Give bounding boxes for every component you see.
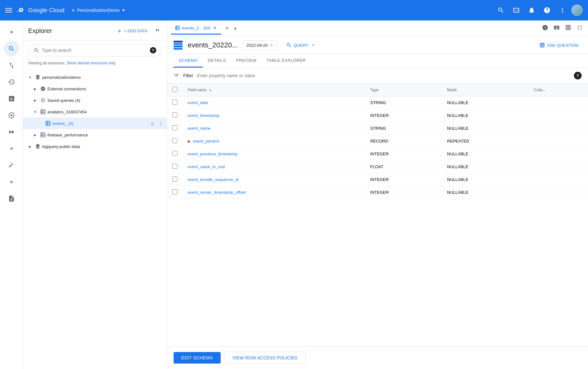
fullscreen-icon-button[interactable] [575, 23, 584, 34]
field-link-event-date[interactable]: event_date [188, 100, 208, 105]
tree-item-analytics-dataset[interactable]: analytics_318037454 ☆ ⋮ [23, 106, 167, 118]
tree-arrow-analytics[interactable] [32, 109, 38, 115]
project-selector[interactable]: ✦ PersonalizationDemo ▼ [69, 6, 128, 15]
select-all-checkbox[interactable] [172, 87, 177, 92]
field-link-event-server-ts[interactable]: event_server_timestamp_offset [188, 190, 246, 195]
tree-item-saved-queries[interactable]: Saved queries (4) [23, 94, 167, 106]
more-button-analytics[interactable]: ⋮ [157, 108, 164, 116]
colla-event-value [528, 160, 588, 173]
help-button[interactable] [541, 4, 553, 17]
tree-item-personalizationdemo[interactable]: personalizationdemo ★ ⋮ [23, 71, 167, 83]
query-button[interactable]: QUERY [283, 40, 319, 50]
search-help-icon[interactable]: ? [150, 47, 156, 53]
more-button-firebase[interactable]: ⋮ [157, 131, 164, 139]
ask-question-button[interactable]: ASK QUESTION [536, 40, 582, 50]
star-button-firebase[interactable]: ☆ [149, 131, 156, 139]
tree-arrow-bigquery[interactable] [27, 143, 33, 150]
colla-event-params [528, 135, 588, 148]
field-link-event-timestamp[interactable]: event_timestamp [188, 113, 219, 118]
view-policies-button[interactable]: VIEW ROW ACCESS POLICIES [225, 352, 306, 364]
tab-table-explorer[interactable]: TABLE EXPLORER [262, 54, 311, 68]
date-selector[interactable]: 2022-09-20 [243, 40, 278, 50]
tree-item-events[interactable]: events_ (4) ☆ ⋮ [23, 118, 167, 129]
sidebar-item-document[interactable] [4, 191, 19, 206]
tab-schema[interactable]: SCHEMA [174, 54, 203, 68]
colla-event-server-ts [528, 186, 588, 199]
query-label: QUERY [294, 43, 308, 48]
explorer-title: Explorer [28, 27, 52, 35]
col-collation[interactable]: Colla... [528, 84, 588, 96]
table-row: event_previous_timestamp INTEGER NULLABL… [167, 148, 588, 160]
project-name: PersonalizationDemo [77, 8, 120, 13]
tree-item-firebase[interactable]: firebase_performance ☆ ⋮ [23, 129, 167, 141]
terminal-button[interactable] [510, 4, 523, 17]
filter-input[interactable] [197, 73, 570, 78]
star-button-analytics[interactable]: ☆ [149, 108, 156, 116]
more-button-events[interactable]: ⋮ [157, 120, 164, 127]
star-button-events[interactable]: ☆ [149, 120, 156, 127]
tree-arrow-firebase[interactable] [32, 132, 38, 138]
row-checkbox-event-value[interactable] [167, 160, 183, 173]
hamburger-menu-button[interactable] [5, 8, 12, 12]
field-link-event-prev-ts[interactable]: event_previous_timestamp [188, 152, 237, 156]
sidebar-item-history[interactable] [4, 74, 19, 90]
row-checkbox-event-name[interactable] [167, 122, 183, 135]
main-layout: Explorer + ADD DATA ? Viewing all resour… [0, 20, 588, 369]
user-avatar[interactable] [571, 4, 583, 16]
tab-dropdown-button[interactable]: ▾ [233, 25, 238, 32]
col-field-name[interactable]: Field name ⇅ [183, 84, 365, 96]
more-button-bigquery[interactable]: ⋮ [157, 143, 164, 150]
date-value: 2022-09-20 [247, 43, 268, 48]
type-event-server-ts: INTEGER [365, 186, 442, 199]
row-checkbox-event-prev-ts[interactable] [167, 148, 183, 160]
tree-arrow-saved-queries[interactable] [32, 97, 38, 103]
search-input[interactable] [42, 48, 147, 53]
row-checkbox-event-timestamp[interactable] [167, 109, 183, 122]
row-checkbox-event-date[interactable] [167, 96, 183, 109]
filter-help-icon[interactable]: ? [574, 72, 582, 79]
tab-bar: events_2... 920 ✕ + ▾ [167, 20, 588, 37]
more-button-personalizationdemo[interactable]: ⋮ [157, 74, 164, 81]
row-checkbox-event-bundle[interactable] [167, 173, 183, 186]
col-mode[interactable]: Mode [442, 84, 528, 96]
sidebar-item-transfer[interactable] [4, 58, 19, 73]
notifications-button[interactable] [525, 4, 538, 17]
search-button[interactable] [494, 4, 507, 17]
svg-text:Cloud: Cloud [17, 10, 23, 12]
tab-details[interactable]: DETAILS [203, 54, 231, 68]
sidebar-item-pipeline[interactable] [4, 124, 19, 140]
tree-arrow-personalizationdemo[interactable] [27, 74, 33, 80]
tree-item-bigquery-public[interactable]: bigquery-public-data ★ ⋮ [23, 141, 167, 152]
collapse-panel-button[interactable] [153, 26, 162, 36]
edit-schema-button[interactable]: EDIT SCHEMA [174, 352, 221, 364]
sidebar-item-search[interactable] [4, 41, 19, 56]
col-type[interactable]: Type [365, 84, 442, 96]
star-button-personalizationdemo[interactable]: ★ [149, 74, 156, 81]
add-data-button[interactable]: + ADD DATA [114, 27, 150, 36]
sidebar-item-chart[interactable] [4, 91, 19, 106]
row-checkbox-event-server-ts[interactable] [167, 186, 183, 199]
type-event-value: FLOAT [365, 160, 442, 173]
tab-preview[interactable]: PREVIEW [231, 54, 261, 68]
more-options-button[interactable] [556, 4, 569, 17]
field-link-event-name[interactable]: event_name [188, 126, 211, 131]
show-starred-link[interactable]: Show starred resources only. [67, 61, 116, 65]
tree-label-saved-queries: Saved queries (4) [47, 98, 164, 103]
tree-arrow-external[interactable] [32, 86, 38, 92]
add-tab-button[interactable]: + [223, 23, 232, 33]
field-link-event-bundle[interactable]: event_bundle_sequence_id [188, 177, 239, 182]
sidebar-item-tools[interactable] [4, 158, 19, 173]
sidebar-item-analytics[interactable] [4, 108, 19, 123]
keyboard-icon-button[interactable] [552, 23, 561, 34]
field-link-event-value[interactable]: event_value_in_usd [188, 164, 225, 169]
tab-close-button[interactable]: ✕ [212, 25, 217, 31]
field-link-event-params[interactable]: event_params [193, 139, 219, 144]
tree-item-external-connections[interactable]: External connections [23, 83, 167, 94]
tab-events[interactable]: events_2... 920 ✕ [171, 22, 221, 35]
table-view-icon-button[interactable] [564, 23, 573, 34]
info-icon-button[interactable] [541, 23, 550, 34]
row-checkbox-event-params[interactable] [167, 135, 183, 148]
expand-arrow-event-params[interactable]: ▶ [188, 139, 191, 144]
star-button-bigquery[interactable]: ★ [149, 143, 156, 150]
field-name-event-bundle: event_bundle_sequence_id [183, 173, 365, 186]
